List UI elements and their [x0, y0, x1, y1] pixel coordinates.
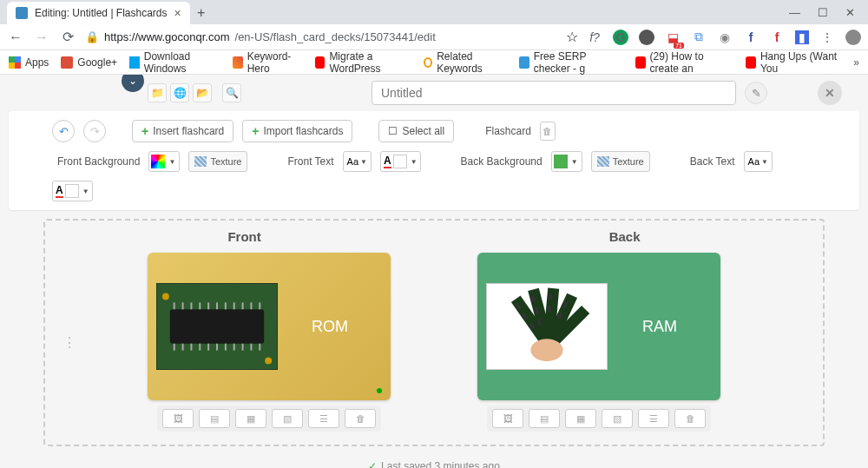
layout1-icon-back[interactable]: ▤	[529, 409, 560, 428]
new-tab-button[interactable]: +	[190, 2, 213, 24]
tab-close-icon[interactable]: ×	[174, 6, 181, 20]
layout3-icon[interactable]: ▧	[272, 409, 303, 428]
ext-menu-icon[interactable]: ⋮	[819, 30, 835, 45]
yt3-icon	[746, 56, 756, 69]
folder2-icon[interactable]: 📂	[193, 83, 212, 102]
delete-card-icon[interactable]: 🗑	[345, 409, 376, 428]
chevron-down-icon[interactable]: ⌄	[122, 75, 144, 92]
front-bg-color-picker[interactable]: ▼	[148, 151, 180, 172]
layout4-icon[interactable]: ☰	[308, 409, 339, 428]
redo-icon[interactable]: ↷	[83, 120, 106, 142]
svg-rect-37	[548, 306, 551, 313]
maximize-icon[interactable]: ☐	[818, 6, 828, 19]
layout4-icon-back[interactable]: ☰	[638, 409, 669, 428]
bookmark-download-windows[interactable]: Download Windows	[129, 50, 220, 75]
deck-header: ⌄ 📁 🌐 📂 🔍 ✎ ✕	[0, 75, 868, 111]
ext-camera-icon[interactable]: ◉	[717, 30, 733, 45]
bookmark-google-plus[interactable]: Google+	[61, 56, 117, 69]
tab-favicon	[16, 7, 28, 19]
image-tool-icon-back[interactable]: 🖼	[492, 409, 523, 428]
back-texture-button[interactable]: Texture	[591, 151, 650, 172]
browser-tab-bar: Editing: Untitled | Flashcards × + — ☐ ✕	[0, 0, 868, 24]
search-icon[interactable]: 🔍	[222, 83, 241, 102]
svg-point-25	[265, 357, 272, 364]
bookmarks-overflow[interactable]: »	[853, 56, 859, 69]
ext-grammarly-icon[interactable]: G	[613, 30, 628, 45]
lock-icon: 🔒	[85, 30, 99, 43]
layout2-icon-back[interactable]: ▦	[565, 409, 596, 428]
forward-button[interactable]: →	[33, 29, 50, 46]
deck-title-input[interactable]	[372, 81, 736, 105]
minimize-icon[interactable]: —	[789, 6, 800, 19]
close-editor-button[interactable]: ✕	[818, 81, 842, 105]
svg-rect-1	[170, 309, 264, 343]
serp-icon	[519, 56, 529, 69]
front-text-label: Front Text	[287, 155, 333, 168]
profile-avatar[interactable]	[845, 30, 861, 45]
card-back[interactable]: RAM	[477, 253, 720, 400]
star-icon[interactable]: ☆	[566, 29, 578, 45]
app-content: ⌄ 📁 🌐 📂 🔍 ✎ ✕ ↶ ↷ Insert flashcard Impor…	[0, 75, 868, 468]
save-status: ✓ Last saved 3 minutes ago	[0, 455, 868, 468]
svg-rect-36	[549, 293, 552, 300]
circle-icon	[424, 57, 433, 68]
folder-icon[interactable]: 📁	[148, 83, 167, 102]
layout3-icon-back[interactable]: ▧	[602, 409, 633, 428]
select-all-button[interactable]: ☐ Select all	[378, 120, 454, 142]
back-text-color-picker[interactable]: A▼	[52, 181, 93, 201]
yt-icon	[315, 56, 326, 69]
front-card-tools: 🖼 ▤ ▦ ▧ ☰ 🗑	[157, 405, 381, 432]
insert-flashcard-button[interactable]: Insert flashcard	[132, 120, 233, 142]
import-flashcards-button[interactable]: Import flashcards	[242, 120, 352, 142]
card-front-text: ROM	[278, 318, 382, 336]
drag-handle-icon[interactable]: ⋮	[62, 334, 76, 351]
layout1-icon[interactable]: ▤	[199, 409, 230, 428]
bookmark-apps[interactable]: Apps	[9, 56, 49, 69]
ext-window-icon[interactable]: ⧉	[691, 30, 707, 45]
bookmark-how-to[interactable]: (29) How to create an	[635, 50, 733, 75]
ext-badge-icon[interactable]: ⬓	[665, 30, 681, 45]
back-button[interactable]: ←	[7, 29, 24, 46]
front-bg-label: Front Background	[57, 155, 140, 168]
url-host: https://www.goconqr.com	[104, 30, 230, 43]
layout2-icon[interactable]: ▦	[235, 409, 266, 428]
browser-tab[interactable]: Editing: Untitled | Flashcards ×	[7, 2, 190, 24]
delete-flashcard-icon[interactable]: 🗑	[540, 122, 556, 141]
ext-f2-icon[interactable]: f	[769, 30, 785, 45]
flashcard-row: ⋮ ROM	[54, 253, 814, 432]
back-bg-color-picker[interactable]: ▼	[551, 151, 582, 172]
front-text-color-picker[interactable]: A▼	[380, 151, 421, 172]
delete-card-icon-back[interactable]: 🗑	[674, 409, 706, 428]
reload-button[interactable]: ⟳	[59, 29, 76, 46]
bookmark-keyword-hero[interactable]: Keyword-Hero	[233, 50, 303, 75]
back-text-label: Back Text	[690, 155, 735, 168]
ext-dark-icon[interactable]	[639, 30, 654, 45]
back-font-picker[interactable]: Aa▼	[744, 151, 773, 172]
front-font-picker[interactable]: Aa▼	[343, 151, 372, 172]
edit-title-icon[interactable]: ✎	[745, 82, 767, 104]
undo-icon[interactable]: ↶	[52, 120, 75, 142]
ext-f-icon[interactable]: f?	[587, 30, 602, 45]
bookmark-migrate-wp[interactable]: Migrate a WordPress	[315, 50, 411, 75]
url-path: /en-US/flash_card_decks/15073441/edit	[235, 30, 436, 43]
extension-icons: f? G ⬓ ⧉ ◉ f f ▮ ⋮	[587, 30, 861, 45]
close-window-icon[interactable]: ✕	[845, 6, 855, 19]
ext-blue-icon[interactable]: ▮	[795, 30, 809, 44]
bookmark-related-kw[interactable]: Related Keywords	[424, 50, 507, 75]
url-field[interactable]: 🔒 https://www.goconqr.com/en-US/flash_ca…	[85, 30, 557, 43]
ext-fb-icon[interactable]: f	[743, 30, 759, 45]
front-texture-button[interactable]: Texture	[188, 151, 247, 172]
card-front-image	[156, 283, 278, 370]
card-front[interactable]: ROM	[148, 253, 391, 400]
svg-point-42	[530, 339, 562, 361]
bookmark-serp[interactable]: Free SERP checker - g	[519, 50, 623, 75]
bookmark-hang-ups[interactable]: Hang Ups (Want You	[746, 50, 841, 75]
flashcard-label: Flashcard	[485, 125, 531, 137]
back-card-tools: 🖼 ▤ ▦ ▧ ☰ 🗑	[487, 405, 711, 432]
gplus-icon	[61, 56, 73, 69]
check-icon: ✓	[368, 460, 377, 468]
globe-icon[interactable]: 🌐	[170, 83, 189, 102]
yt2-icon	[635, 56, 646, 69]
flashcards-container: Front Back ⋮	[43, 219, 825, 446]
image-tool-icon[interactable]: 🖼	[162, 409, 194, 428]
